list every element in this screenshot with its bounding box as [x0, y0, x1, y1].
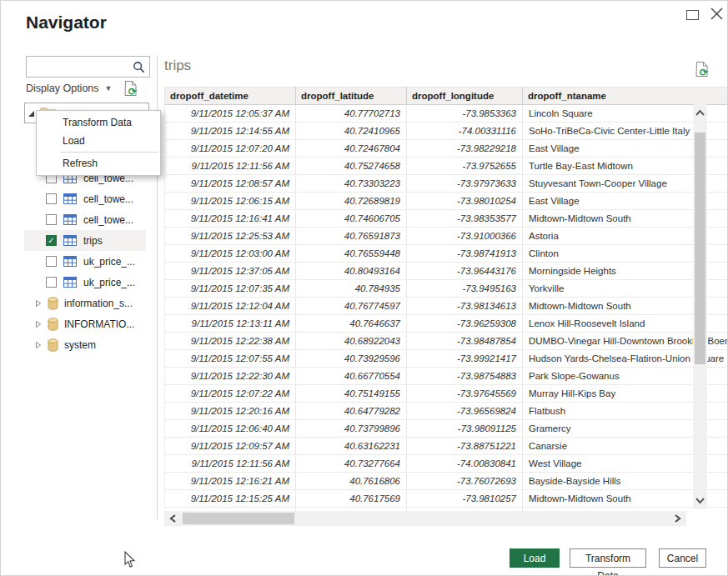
collapsed-arrow-icon[interactable]: [35, 320, 42, 328]
table-cell: 9/11/2015 12:14:55 AM: [165, 123, 296, 140]
table-cell: 40.73277664: [296, 455, 407, 473]
column-header: dropoff_latitude: [296, 88, 407, 105]
table-cell: -74.00331116: [407, 123, 523, 140]
search-box[interactable]: [26, 56, 150, 78]
table-cell: 9/11/2015 12:22:30 AM: [165, 368, 296, 385]
scroll-down-icon[interactable]: [695, 497, 705, 504]
table-cell: 9/11/2015 12:22:38 AM: [165, 333, 296, 350]
table-cell: 40.784935: [296, 280, 407, 298]
table-cell: 9/11/2015 12:16:21 AM: [165, 473, 296, 490]
table-icon: [63, 214, 77, 225]
table-row: 9/11/2015 12:06:15 AM40.72689819-73.9801…: [165, 193, 728, 210]
table-cell: 40.7646637: [296, 315, 407, 333]
table-cell: 9/11/2015 12:06:15 AM: [165, 193, 296, 210]
scroll-up-icon[interactable]: [695, 109, 705, 117]
checkbox[interactable]: [46, 277, 57, 288]
horizontal-scrollbar[interactable]: [164, 511, 686, 526]
table-cell: 40.63162231: [296, 438, 407, 455]
table-cell: -73.98134613: [407, 298, 523, 315]
preview-table: dropoff_datetimedropoff_latitudedropoff_…: [164, 87, 728, 511]
table-cell: 9/11/2015 12:07:55 AM: [165, 350, 296, 368]
search-input[interactable]: [30, 58, 132, 77]
tree-item-label: cell_towe...: [83, 214, 133, 226]
table-cell: 40.75149155: [296, 385, 407, 403]
tree-item-label: information_s...: [64, 298, 133, 309]
table-cell: 40.74606705: [296, 210, 407, 228]
transform-data-button[interactable]: Transform Data: [570, 548, 646, 568]
refresh-list-icon[interactable]: ⟳: [124, 80, 138, 97]
tree-item-table[interactable]: uk_price_...: [24, 251, 146, 272]
table-row: 9/11/2015 12:14:55 AM40.72410965-74.0033…: [165, 123, 728, 140]
table-cell: -73.97973633: [407, 175, 523, 193]
table-cell: 40.73799896: [296, 420, 407, 438]
tree-item-label: trips: [83, 235, 103, 247]
table-cell: -73.98010254: [407, 193, 523, 210]
dialog-title: Navigator: [26, 13, 107, 33]
checkbox[interactable]: [46, 256, 57, 267]
table-cell: -73.76072693: [407, 473, 523, 490]
tree-item-database[interactable]: system: [24, 334, 146, 355]
tree-item-table[interactable]: ✓trips: [24, 230, 146, 251]
table-cell: 9/11/2015 12:12:04 AM: [165, 298, 296, 315]
load-button[interactable]: Load: [510, 548, 560, 568]
scroll-left-icon[interactable]: [169, 513, 177, 523]
preview-title: trips: [164, 58, 191, 74]
table-cell: 40.73929596: [296, 350, 407, 368]
table-row: 9/11/2015 12:07:35 AM40.784935-73.949516…: [165, 280, 728, 298]
table-row: 9/11/2015 12:11:56 AM40.75274658-73.9752…: [165, 158, 728, 175]
table-row: 9/11/2015 12:20:16 AM40.64779282-73.9656…: [165, 403, 728, 420]
menu-item-load[interactable]: Load: [37, 132, 160, 150]
table-cell: 9/11/2015 12:07:22 AM: [165, 385, 296, 403]
table-cell: 40.76774597: [296, 298, 407, 315]
table-cell: -73.9810257: [407, 490, 523, 508]
menu-item-transform-data[interactable]: Transform Data: [37, 113, 160, 132]
database-icon: [48, 338, 58, 352]
collapsed-arrow-icon[interactable]: [35, 299, 42, 308]
tree-item-database[interactable]: INFORMATIO...: [24, 313, 146, 334]
table-cell: 9/11/2015 12:11:56 AM: [165, 455, 296, 473]
table-cell: 9/11/2015 12:08:57 AM: [165, 175, 296, 193]
table-row: 9/11/2015 12:05:37 AM40.77702713-73.9853…: [165, 105, 728, 123]
menu-item-refresh[interactable]: Refresh: [37, 154, 160, 173]
table-cell: 9/11/2015 12:13:11 AM: [165, 315, 296, 333]
checkbox[interactable]: ✓: [46, 235, 57, 246]
table-row: 9/11/2015 12:03:00 AM40.76559448-73.9874…: [165, 245, 728, 263]
table-cell: 40.80493164: [296, 263, 407, 280]
tree-item-table[interactable]: cell_towe...: [24, 209, 146, 230]
table-cell: -73.96259308: [407, 315, 523, 333]
table-row: 9/11/2015 12:09:57 AM40.63162231-73.8875…: [165, 438, 728, 455]
vertical-scroll-thumb[interactable]: [695, 133, 705, 364]
close-icon[interactable]: [710, 7, 724, 21]
table-cell: -73.96569824: [407, 403, 523, 420]
table-cell: -73.88751221: [407, 438, 523, 455]
checkbox[interactable]: [46, 193, 57, 204]
table-row: 9/11/2015 12:12:04 AM40.76774597-73.9813…: [165, 298, 728, 315]
horizontal-scroll-thumb[interactable]: [183, 513, 294, 524]
maximize-icon[interactable]: [686, 10, 699, 20]
tree-item-label: uk_price_...: [83, 256, 135, 268]
table-cell: -73.98487854: [407, 333, 523, 350]
table-cell: -73.98741913: [407, 245, 523, 263]
tree-item-table[interactable]: uk_price_...: [24, 272, 146, 293]
table-cell: 40.76559448: [296, 245, 407, 263]
context-menu: Transform DataLoadRefresh: [36, 110, 161, 176]
checkbox[interactable]: [46, 214, 57, 225]
display-options-label: Display Options: [26, 83, 99, 94]
expanded-arrow-icon[interactable]: [28, 110, 35, 118]
refresh-preview-icon[interactable]: ⟳: [695, 61, 709, 78]
chevron-down-icon: ▼: [105, 84, 113, 93]
vertical-scrollbar[interactable]: [693, 104, 707, 509]
collapsed-arrow-icon[interactable]: [35, 341, 42, 349]
navigator-dialog: Navigator Display Options▼ ⟳ Transform D: [0, 0, 728, 576]
refresh-arrows-icon: ⟳: [700, 68, 708, 78]
table-row: 9/11/2015 12:07:20 AM40.72467804-73.9822…: [165, 140, 728, 158]
cancel-button[interactable]: Cancel: [659, 548, 706, 568]
table-cell: 40.72410965: [296, 123, 407, 140]
scroll-right-icon[interactable]: [674, 513, 681, 523]
mouse-cursor: [123, 551, 136, 569]
table-cell: 40.72467804: [296, 140, 407, 158]
search-icon[interactable]: [133, 61, 145, 73]
tree-item-database[interactable]: information_s...: [24, 293, 146, 313]
table-cell: -73.9853363: [407, 105, 523, 123]
tree-item-table[interactable]: cell_towe...: [24, 188, 146, 209]
